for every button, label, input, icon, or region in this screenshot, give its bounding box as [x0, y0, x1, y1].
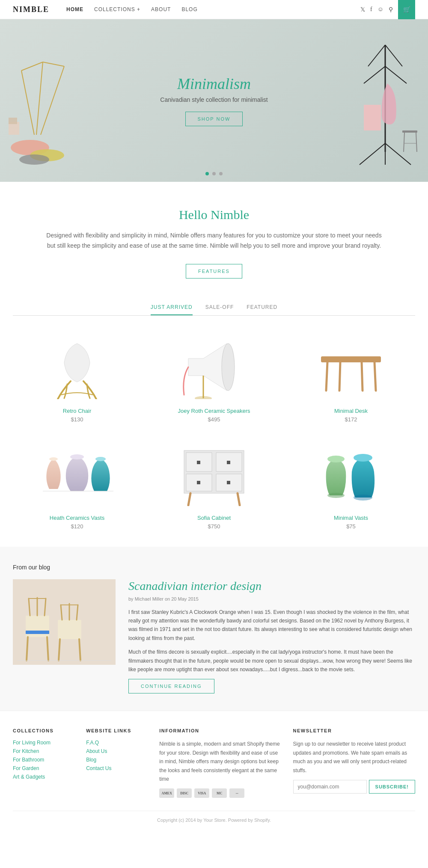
blog-content: Scanadivian interior design by Michael M… — [13, 579, 415, 694]
nav-blog[interactable]: BLOG — [181, 6, 197, 12]
footer-link-garden[interactable]: For Garden — [13, 765, 73, 771]
svg-line-45 — [238, 493, 240, 505]
footer-link-art[interactable]: Art & Gadgets — [13, 774, 73, 780]
search-icon[interactable]: ⚲ — [389, 6, 393, 13]
footer-newsletter: NEWSLETTER Sign up to our newsletter to … — [293, 728, 415, 798]
product-card-ceramics: Heath Ceramics Vasts $120 — [9, 431, 146, 538]
user-icon[interactable]: ☺ — [377, 6, 383, 13]
svg-line-44 — [188, 493, 190, 505]
footer-collections: COLLECTIONS For Living Room For Kitchen … — [13, 728, 73, 798]
footer-website-links: WEBSITE LINKS F.A.Q About Us Blog Contac… — [86, 728, 146, 798]
tab-sale-off[interactable]: SALE-OFF — [205, 304, 234, 315]
footer-copyright: Copyright (c) 2014 by Your Store. Powere… — [13, 811, 415, 823]
hero-cta[interactable]: SHOP NOW — [185, 112, 243, 126]
product-image-ceramics — [17, 440, 137, 508]
footer-grid: COLLECTIONS For Living Room For Kitchen … — [13, 728, 415, 798]
footer-info-text: Nimble is a simple, modern and smart Sho… — [159, 740, 280, 783]
svg-line-12 — [385, 45, 402, 66]
svg-line-20 — [404, 133, 404, 152]
svg-rect-19 — [402, 130, 417, 133]
svg-line-63 — [77, 605, 78, 620]
svg-point-7 — [19, 154, 49, 165]
footer-link-living-room[interactable]: For Living Room — [13, 740, 73, 746]
hello-title: Hello Nimble — [43, 207, 385, 222]
svg-line-2 — [41, 66, 64, 135]
product-name-desk[interactable]: Minimal Desk — [291, 408, 411, 414]
product-name-speakers[interactable]: Joey Roth Ceramic Speakers — [154, 408, 274, 414]
payment-amex: AMEX — [159, 788, 174, 798]
twitter-icon[interactable]: 𝕏 — [360, 6, 365, 13]
svg-line-13 — [364, 66, 385, 83]
products-grid: Retro Chair $130 Joey Roth Ceramic Speak… — [0, 316, 428, 547]
footer-link-faq[interactable]: F.A.Q — [86, 740, 146, 746]
product-card-cabinet: Sofia Cabinet $750 — [146, 431, 282, 538]
svg-line-4 — [43, 62, 64, 66]
footer-links-title: WEBSITE LINKS — [86, 728, 146, 733]
subscribe-button[interactable]: SUBSCRIBE! — [369, 780, 415, 794]
blog-excerpt-1: I first saw Stanley Kubric's A Clockwork… — [128, 608, 415, 643]
dot-1[interactable] — [205, 172, 209, 175]
payment-icons: AMEX DISC VISA MC ··· — [159, 788, 280, 798]
product-price-retro-chair: $130 — [17, 416, 137, 423]
svg-rect-42 — [197, 481, 200, 484]
nav-about[interactable]: ABOUT — [151, 6, 171, 12]
footer-newsletter-title: NEWSLETTER — [293, 728, 415, 733]
dot-2[interactable] — [212, 172, 216, 175]
hello-section: Hello Nimble Designed with flexibility a… — [0, 182, 428, 296]
product-image-minimal-vasts — [291, 440, 411, 508]
svg-line-28 — [374, 362, 376, 391]
footer-link-blog[interactable]: Blog — [86, 757, 146, 763]
product-name-cabinet[interactable]: Sofia Cabinet — [154, 515, 274, 521]
svg-point-33 — [95, 457, 106, 461]
blog-image — [13, 579, 116, 665]
svg-line-1 — [36, 62, 43, 135]
dot-3[interactable] — [219, 172, 223, 175]
svg-line-54 — [29, 598, 30, 616]
svg-line-29 — [339, 362, 340, 391]
nav-home[interactable]: HOME — [66, 6, 83, 12]
tab-just-arrived[interactable]: JUST ARRIVED — [151, 304, 193, 315]
svg-line-30 — [362, 362, 363, 391]
svg-line-60 — [79, 639, 80, 661]
blog-text: Scanadivian interior design by Michael M… — [128, 579, 415, 694]
product-name-retro-chair[interactable]: Retro Chair — [17, 408, 137, 414]
tabs-section: JUST ARRIVED SALE-OFF FEATURED — [0, 296, 428, 316]
nav-collections[interactable]: COLLECTIONS + — [94, 6, 140, 12]
hero-dots — [205, 172, 223, 175]
tab-featured[interactable]: FEATURED — [247, 304, 277, 315]
product-image-desk — [291, 333, 411, 401]
hero-content: Minimalism Canivadian style collection f… — [160, 75, 268, 126]
svg-rect-41 — [227, 461, 230, 464]
footer-link-kitchen[interactable]: For Kitchen — [13, 748, 73, 754]
svg-point-23 — [222, 344, 235, 391]
svg-line-11 — [368, 45, 385, 66]
blog-section: From our blog — [0, 547, 428, 711]
svg-rect-18 — [364, 105, 381, 130]
hero-title: Minimalism — [160, 75, 268, 93]
facebook-icon[interactable]: f — [370, 6, 372, 13]
svg-point-46 — [327, 456, 345, 462]
newsletter-email-input[interactable] — [293, 780, 367, 794]
payment-visa: VISA — [194, 788, 209, 798]
product-card-minimal-vasts: Minimal Vasts $75 — [282, 431, 419, 538]
features-button[interactable]: FEATURES — [186, 264, 242, 278]
footer-info-title: INFORMATION — [159, 728, 280, 733]
payment-discover: DISC — [177, 788, 192, 798]
footer-link-contact[interactable]: Contact Us — [86, 765, 146, 771]
copyright-text: Copyright (c) 2014 by Your Store. Powere… — [13, 818, 415, 823]
product-name-ceramics[interactable]: Heath Ceramics Vasts — [17, 515, 137, 521]
product-price-desk: $172 — [291, 416, 411, 423]
footer-link-bathroom[interactable]: For Bathroom — [13, 757, 73, 763]
product-tabs: JUST ARRIVED SALE-OFF FEATURED — [13, 304, 415, 316]
svg-rect-26 — [321, 356, 381, 362]
hero-section: Minimalism Canivadian style collection f… — [0, 19, 428, 182]
continue-reading-button[interactable]: CONTINUE READING — [128, 679, 214, 693]
svg-line-61 — [61, 605, 62, 620]
cart-button[interactable]: 🛒 — [398, 0, 415, 19]
svg-rect-53 — [26, 631, 49, 634]
product-name-minimal-vasts[interactable]: Minimal Vasts — [291, 515, 411, 521]
footer-link-about[interactable]: About Us — [86, 748, 146, 754]
product-card-desk: Minimal Desk $172 — [282, 324, 419, 431]
product-image-retro-chair — [17, 333, 137, 401]
product-image-cabinet — [154, 440, 274, 508]
